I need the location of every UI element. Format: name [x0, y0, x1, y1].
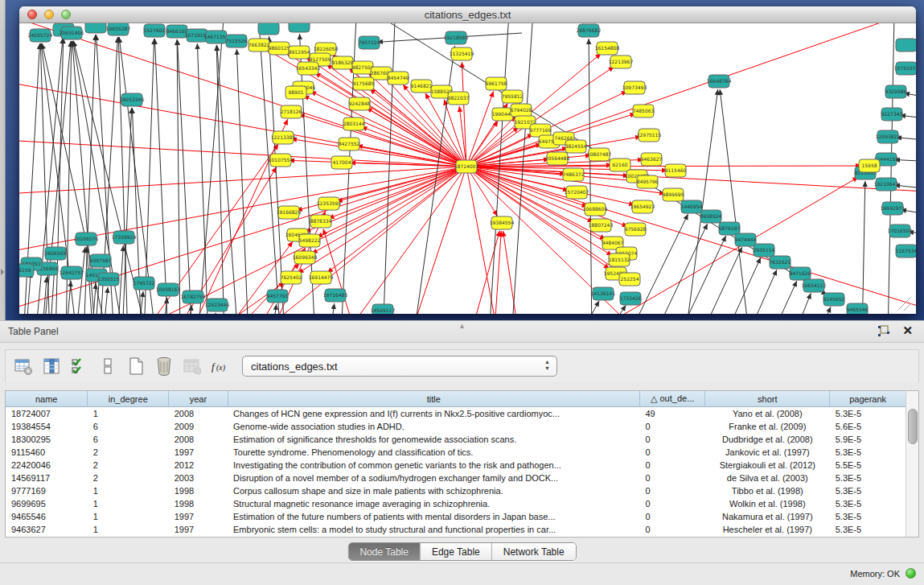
graph-node[interactable]: 17359924: [112, 231, 137, 244]
graph-node[interactable]: 9474444: [735, 233, 757, 246]
table-cell[interactable]: Dudbridge et al. (2008): [705, 433, 830, 446]
graph-node[interactable]: 7663822: [248, 39, 270, 51]
table-cell[interactable]: Tibbo et al. (1998): [705, 484, 830, 497]
graph-node[interactable]: 7957224: [359, 36, 380, 49]
table-row[interactable]: 946362711997Embryonic stem cells: a mode…: [6, 523, 906, 536]
column-header-pagerank[interactable]: pagerank: [830, 391, 906, 407]
delete-table-icon[interactable]: [154, 356, 175, 377]
graph-node[interactable]: [85, 23, 106, 33]
graph-node[interactable]: 9756928: [625, 223, 647, 236]
new-table-icon[interactable]: [125, 356, 146, 377]
table-cell[interactable]: 2009: [169, 420, 228, 433]
graph-node[interactable]: 15720407: [565, 186, 589, 199]
column-header-out-de-[interactable]: △ out_de...: [639, 391, 704, 407]
table-cell[interactable]: 1997: [169, 446, 228, 459]
panel-resize-grip[interactable]: ▲: [458, 322, 466, 330]
table-cell[interactable]: 9463627: [6, 523, 88, 536]
table-cell[interactable]: 0: [639, 497, 704, 510]
table-cell[interactable]: Estimation of the future numbers of pati…: [228, 510, 639, 523]
table-cell[interactable]: 9699695: [6, 497, 88, 510]
table-cell[interactable]: 0: [639, 420, 704, 433]
table-row[interactable]: 969969511998Structural magnetic resonanc…: [6, 497, 906, 510]
table-cell[interactable]: 2: [88, 472, 169, 484]
table-cell[interactable]: 0: [639, 510, 704, 523]
table-cell[interactable]: 2003: [169, 472, 228, 484]
graph-node[interactable]: 252254: [619, 273, 640, 286]
table-cell[interactable]: 1997: [169, 510, 228, 523]
graph-node[interactable]: 12353593: [317, 197, 342, 210]
table-cell[interactable]: Stergiakouli et al. (2012): [705, 459, 830, 472]
table-cell[interactable]: 9465546: [6, 510, 88, 523]
graph-node[interactable]: 19992971: [881, 202, 906, 215]
table-cell[interactable]: 6: [88, 420, 169, 433]
graph-node[interactable]: 10655287: [106, 23, 131, 35]
table-row[interactable]: 1872400712008Changes of HCN gene express…: [6, 407, 906, 421]
graph-node[interactable]: 1167534: [896, 245, 916, 257]
table-cell[interactable]: 5.3E-5: [830, 472, 906, 484]
table-cell[interactable]: 9777169: [6, 484, 88, 497]
graph-node[interactable]: 5498222: [299, 234, 321, 247]
graph-node[interactable]: 9465546: [847, 303, 869, 314]
table-row[interactable]: 1456911722003Disruption of a novel membe…: [6, 472, 906, 484]
graph-node[interactable]: 7625402: [281, 271, 302, 284]
graph-node[interactable]: 39159: [19, 264, 34, 277]
table-cell[interactable]: Wolkin et al. (1998): [705, 497, 830, 510]
graph-node[interactable]: 17016504: [888, 225, 913, 237]
table-cell[interactable]: Tourette syndrome. Phenomenology and cla…: [228, 446, 639, 459]
graph-node[interactable]: 9899695: [663, 188, 684, 201]
graph-node[interactable]: 9245652: [823, 293, 845, 306]
graph-node[interactable]: 7485063: [633, 105, 655, 117]
table-cell[interactable]: 5.3E-5: [830, 446, 906, 459]
graph-node[interactable]: 2606505: [45, 247, 67, 260]
table-cell[interactable]: Yano et al. (2008): [705, 407, 830, 421]
graph-node[interactable]: 12942757: [60, 266, 84, 279]
table-settings-icon[interactable]: [13, 356, 34, 377]
network-view-window[interactable]: citations_edges.txt 24055724206914061065…: [19, 6, 916, 314]
column-header-title[interactable]: title: [228, 391, 639, 407]
graph-node[interactable]: 18724007: [454, 160, 479, 173]
table-cell[interactable]: 18300295: [6, 433, 88, 446]
table-cell[interactable]: 1: [88, 497, 169, 510]
graph-node[interactable]: 2718126: [281, 105, 302, 118]
graph-node[interactable]: 8427552: [339, 138, 360, 150]
graph-node[interactable]: 16543342: [296, 62, 321, 75]
table-cell[interactable]: 0: [639, 459, 704, 472]
row-checklist-icon[interactable]: [69, 356, 90, 377]
column-header-short[interactable]: short: [705, 391, 830, 407]
scrollbar-thumb[interactable]: [908, 409, 918, 444]
table-cell[interactable]: 2: [88, 459, 169, 472]
table-row[interactable]: 1830029562008Estimation of significance …: [6, 433, 906, 446]
table-cell[interactable]: Investigating the contribution of common…: [228, 459, 639, 472]
table-cell[interactable]: 1: [88, 510, 169, 523]
graph-node[interactable]: 12975115: [637, 129, 662, 142]
graph-node[interactable]: 1440954: [681, 200, 703, 213]
table-row[interactable]: 911546021997Tourette syndrome. Phenomeno…: [6, 446, 906, 459]
graph-node[interactable]: 10958167: [156, 283, 181, 296]
float-panel-icon[interactable]: [877, 325, 890, 337]
graph-node[interactable]: 14136141: [591, 287, 616, 300]
table-cell[interactable]: 22420046: [6, 459, 88, 472]
graph-node[interactable]: 8454749: [388, 72, 409, 84]
table-cell[interactable]: 5.9E-5: [830, 433, 906, 446]
table-cell[interactable]: 1: [88, 523, 169, 536]
table-row[interactable]: 2242004622012Investigating the contribut…: [6, 459, 906, 472]
graph-node[interactable]: 8878334: [310, 215, 332, 228]
table-cell[interactable]: 2008: [169, 407, 228, 421]
table-cell[interactable]: 5.3E-5: [830, 523, 906, 536]
table-cell[interactable]: 2012: [169, 459, 228, 472]
graph-node[interactable]: 417004: [331, 156, 352, 169]
graph-node[interactable]: 10210643: [874, 178, 899, 191]
table-cell[interactable]: 1998: [169, 484, 228, 497]
tab-network-table[interactable]: Network Table: [492, 543, 576, 560]
table-cell[interactable]: de Silva et al. (2003): [705, 472, 830, 484]
graph-node[interactable]: 10807487: [587, 148, 612, 161]
graph-node[interactable]: 2935114: [754, 244, 775, 257]
graph-node[interactable]: 16154808: [595, 42, 620, 55]
graph-node[interactable]: 10688609: [583, 203, 608, 216]
graph-node[interactable]: 9227343: [881, 108, 903, 121]
table-cell[interactable]: 1998: [169, 497, 228, 510]
graph-node[interactable]: 9457791: [267, 290, 289, 303]
graph-node[interactable]: 19166829: [277, 206, 302, 219]
table-cell[interactable]: 19384554: [6, 420, 88, 433]
graph-node[interactable]: [289, 23, 310, 32]
